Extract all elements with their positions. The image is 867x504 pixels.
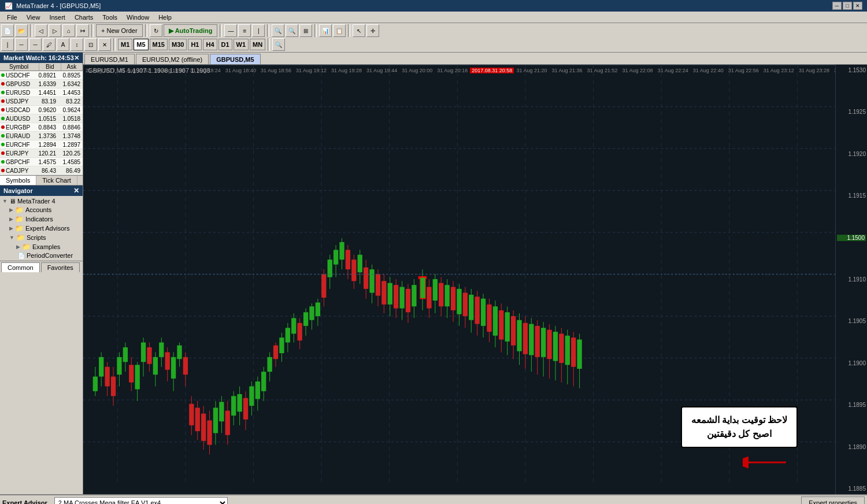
mw-row-gbpusd[interactable]: GBPUSD 1.6339 1.6342 <box>0 80 83 88</box>
toolbar-btn-extra1[interactable]: | <box>1 38 14 51</box>
navigator-close[interactable]: ✕ <box>73 187 79 195</box>
cursor-button[interactable]: ↖ <box>353 24 365 37</box>
nav-expert-advisors[interactable]: ▶ 📁 Expert Advisors <box>1 224 81 233</box>
ea-dropdown[interactable]: 2 MA Crosses Mega filter EA V1.ex4 <box>54 497 228 504</box>
forward-button[interactable]: ▷ <box>49 24 61 37</box>
menu-view[interactable]: View <box>22 13 45 22</box>
period-h1[interactable]: H1 <box>188 39 202 50</box>
period-h4[interactable]: H4 <box>203 39 217 50</box>
nav-indicators[interactable]: ▶ 📁 Indicators <box>1 214 81 224</box>
mw-row-usdjpy[interactable]: USDJPY 83.19 83.22 <box>0 97 83 106</box>
title-bar-controls[interactable]: ─ □ ✕ <box>832 2 862 10</box>
svg-rect-27 <box>111 377 116 396</box>
period-m1[interactable]: M1 <box>118 39 132 50</box>
svg-rect-172 <box>547 330 551 360</box>
toolbar-btn-extra7[interactable]: ⊡ <box>84 38 97 51</box>
toolbar-separator-4 <box>220 24 222 37</box>
status-dot-eurjpy <box>1 151 5 155</box>
menu-insert[interactable]: Insert <box>45 13 70 22</box>
market-watch-close[interactable]: ✕ <box>74 54 79 62</box>
zoom-out-button[interactable]: 🔍 <box>286 24 298 37</box>
svg-rect-162 <box>517 320 521 351</box>
new-order-button[interactable]: + New Order <box>96 24 143 37</box>
nav-accounts[interactable]: ▶ 📁 Accounts <box>1 205 81 214</box>
svg-rect-29 <box>117 357 121 375</box>
market-watch-columns: Symbol Bid Ask <box>0 63 83 71</box>
mw-row-audusd[interactable]: AUDUSD 1.0515 1.0518 <box>0 114 83 123</box>
toolbar-btn-extra5[interactable]: A <box>57 38 69 51</box>
menu-file[interactable]: File <box>2 13 22 22</box>
folder-icon-ea: 📁 <box>15 224 24 232</box>
mw-row-gbpchf[interactable]: GBPCHF 1.4575 1.4585 <box>0 158 83 166</box>
refresh-button[interactable]: ↻ <box>150 24 162 37</box>
tab-tick-chart[interactable]: Tick Chart <box>36 176 77 185</box>
price-1900: 1.1900 <box>837 360 866 366</box>
chart-tab-gbpusd-m5[interactable]: GBPUSD,M5 <box>210 54 260 64</box>
line-tool[interactable]: — <box>224 24 237 37</box>
window-title: MetaTrader 4 - [GBPUSD,M5] <box>16 2 101 9</box>
tab-symbols[interactable]: Symbols <box>0 176 36 185</box>
zoom-in-button[interactable]: 🔍 <box>272 24 284 37</box>
template-button[interactable]: 📋 <box>333 24 346 37</box>
close-button[interactable]: ✕ <box>853 2 862 10</box>
svg-rect-35 <box>135 365 140 389</box>
svg-rect-144 <box>463 293 468 316</box>
toolbar-btn-extra6[interactable]: ↕ <box>71 38 83 51</box>
chart-tab-eurusd-m1[interactable]: EURUSD,M1 <box>84 54 135 64</box>
chart-prop-button[interactable]: ⊞ <box>299 24 312 37</box>
period-m5[interactable]: M5 <box>134 39 148 50</box>
toolbar-btn-extra4[interactable]: 🖊 <box>43 38 55 51</box>
menu-window[interactable]: Window <box>122 13 154 22</box>
menu-charts[interactable]: Charts <box>70 13 98 22</box>
nav-examples[interactable]: ▶ 📁 Examples <box>1 242 81 251</box>
toolbar-btn-extra2[interactable]: ─ <box>15 38 28 51</box>
chart-canvas[interactable]: GBPUSD,M5 1.1907 1.1908 1.1907 1.1908 <box>83 65 867 494</box>
price-current: 1.1500 <box>837 235 866 241</box>
nav-metatrader4[interactable]: ▼ 🖥 MetaTrader 4 <box>1 197 81 205</box>
home-button[interactable]: ⌂ <box>62 24 75 37</box>
mw-row-cadjpy[interactable]: CADJPY 86.43 86.49 <box>0 166 83 175</box>
end-button[interactable]: ↦ <box>76 24 89 37</box>
vline-tool[interactable]: | <box>252 24 265 37</box>
folder-icon-examples: 📁 <box>22 243 31 251</box>
mw-row-eurgbp[interactable]: EURGBP 0.8843 0.8846 <box>0 123 83 132</box>
period-m30[interactable]: M30 <box>169 39 187 50</box>
autotrading-button[interactable]: ▶ AutoTrading <box>164 24 218 37</box>
search-button[interactable]: 🔍 <box>272 38 285 51</box>
expand-icon-scripts: ▼ <box>9 235 14 240</box>
period-m15[interactable]: M15 <box>150 39 168 50</box>
back-button[interactable]: ◁ <box>35 24 47 37</box>
svg-rect-152 <box>487 305 491 332</box>
nav-period-converter[interactable]: 📄 PeriodConverter <box>1 251 81 260</box>
tab-favorites[interactable]: Favorites <box>41 262 80 272</box>
folder-icon-indicators: 📁 <box>15 215 24 223</box>
menu-tools[interactable]: Tools <box>98 13 122 22</box>
period-d1[interactable]: D1 <box>218 39 232 50</box>
mw-row-usdchf[interactable]: USDCHF 0.8921 0.8925 <box>0 71 83 80</box>
chart-tab-eurusd-m2[interactable]: EURUSD,M2 (offline) <box>136 54 209 64</box>
new-chart-button[interactable]: 📄 <box>1 24 14 37</box>
toolbar-separator-6 <box>314 24 317 37</box>
toolbar-btn-extra3[interactable]: ─ <box>29 38 42 51</box>
tab-common[interactable]: Common <box>1 262 40 272</box>
toolbar-btn-extra8[interactable]: ✕ <box>98 38 111 51</box>
crosshair-button[interactable]: ✛ <box>366 24 379 37</box>
mw-row-eurusd[interactable]: EURUSD 1.4451 1.4453 <box>0 88 83 97</box>
period-w1[interactable]: W1 <box>234 39 249 50</box>
indicator-list-button[interactable]: 📊 <box>319 24 332 37</box>
svg-rect-176 <box>559 333 564 363</box>
minimize-button[interactable]: ─ <box>832 2 842 10</box>
mw-row-usdcad[interactable]: USDCAD 0.9620 0.9624 <box>0 106 83 114</box>
mw-row-euraud[interactable]: EURAUD 1.3736 1.3748 <box>0 132 83 140</box>
period-mn[interactable]: MN <box>250 39 265 50</box>
mw-row-eurchf[interactable]: EURCHF 1.2894 1.2897 <box>0 140 83 149</box>
nav-scripts[interactable]: ▼ 📁 Scripts <box>1 233 81 242</box>
chart-tabs: EURUSD,M1 EURUSD,M2 (offline) GBPUSD,M5 <box>83 53 867 65</box>
maximize-button[interactable]: □ <box>843 2 852 10</box>
expert-properties-button[interactable]: Expert properties <box>801 496 865 504</box>
mw-row-eurjpy[interactable]: EURJPY 120.21 120.25 <box>0 149 83 158</box>
hline-tool[interactable]: ≡ <box>238 24 251 37</box>
open-button[interactable]: 📂 <box>15 24 28 37</box>
menu-help[interactable]: Help <box>154 13 176 22</box>
svg-rect-105 <box>346 250 350 269</box>
